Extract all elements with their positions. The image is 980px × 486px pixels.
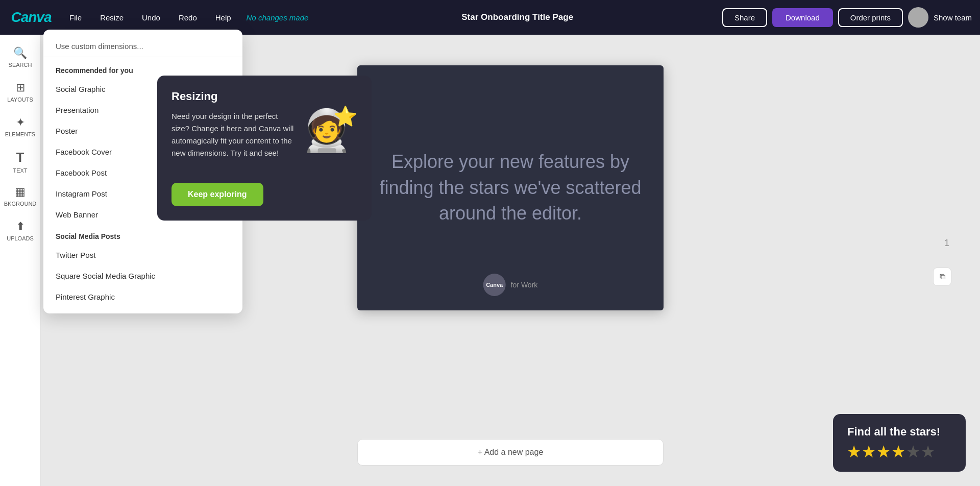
canva-badge: Canva <box>483 274 506 296</box>
layouts-icon: ⊞ <box>16 81 25 94</box>
resizing-title: Resizing <box>172 90 357 103</box>
sidebar: 🔍 SEARCH ⊞ LAYOUTS ✦ ELEMENTS T TEXT ▦ B… <box>0 35 41 486</box>
document-title: Star Onboarding Title Page <box>316 12 718 22</box>
order-prints-button[interactable]: Order prints <box>838 8 903 27</box>
no-changes-label: No changes made <box>247 13 309 22</box>
share-button[interactable]: Share <box>722 8 767 27</box>
add-page-button[interactable]: + Add a new page <box>357 439 664 466</box>
resizing-body: Need your design in the perfect size? Ch… <box>172 110 357 172</box>
sidebar-item-search[interactable]: 🔍 SEARCH <box>3 41 38 74</box>
social-media-section-header: Social Media Posts <box>43 225 242 245</box>
uploads-icon: ⬆ <box>16 220 25 233</box>
resize-menu-button[interactable]: Resize <box>93 10 131 25</box>
search-icon: 🔍 <box>13 46 27 60</box>
find-stars-title: Find all the stars! <box>847 425 951 439</box>
canvas-card: Explore your new features by finding the… <box>357 65 664 310</box>
avatar[interactable] <box>908 7 928 28</box>
page-controls: ⧉ <box>933 268 951 286</box>
nav-right-actions: Share Download Order prints Show team <box>722 7 972 28</box>
sidebar-label-search: SEARCH <box>9 62 32 68</box>
download-button[interactable]: Download <box>772 8 833 27</box>
star-6: ★ <box>921 444 934 460</box>
sidebar-item-text[interactable]: T TEXT <box>3 145 38 178</box>
show-team-button[interactable]: Show team <box>934 13 972 22</box>
for-work-label: for Work <box>511 281 538 289</box>
canva-logo-text: Canva <box>11 9 51 26</box>
keep-exploring-button[interactable]: Keep exploring <box>172 183 263 206</box>
resizing-tooltip: Resizing Need your design in the perfect… <box>157 76 372 221</box>
page-number: 1 <box>944 238 949 249</box>
sidebar-item-layouts[interactable]: ⊞ LAYOUTS <box>3 76 38 108</box>
square-social-media-graphic-item[interactable]: Square Social Media Graphic <box>43 265 242 286</box>
star-emoji-icon: ⭐ <box>333 105 357 128</box>
file-menu-button[interactable]: File <box>62 10 89 25</box>
resizing-description: Need your design in the perfect size? Ch… <box>172 110 294 159</box>
undo-button[interactable]: Undo <box>135 10 167 25</box>
pinterest-graphic-item[interactable]: Pinterest Graphic <box>43 286 242 307</box>
star-2: ★ <box>862 444 875 460</box>
resizing-mascot: ⭐ 🧑‍🚀 <box>301 110 357 172</box>
star-1: ★ <box>847 444 860 460</box>
canvas-logo-area: Canva for Work <box>483 274 538 296</box>
star-3: ★ <box>877 444 890 460</box>
custom-dimensions-item[interactable]: Use custom dimensions... <box>43 36 242 57</box>
find-stars-banner: Find all the stars! ★ ★ ★ ★ ★ ★ <box>833 414 966 472</box>
help-button[interactable]: Help <box>208 10 238 25</box>
sidebar-item-elements[interactable]: ✦ ELEMENTS <box>3 110 38 143</box>
canvas-main-text: Explore your new features by finding the… <box>357 149 664 226</box>
sidebar-label-layouts: LAYOUTS <box>7 96 33 103</box>
sidebar-label-text: TEXT <box>13 167 27 174</box>
text-icon: T <box>16 150 24 165</box>
star-5: ★ <box>906 444 919 460</box>
redo-button[interactable]: Redo <box>172 10 204 25</box>
stars-rating-row: ★ ★ ★ ★ ★ ★ <box>847 444 951 460</box>
sidebar-item-uploads[interactable]: ⬆ UPLOADS <box>3 214 38 247</box>
sidebar-label-uploads: UPLOADS <box>7 235 34 241</box>
sidebar-item-background[interactable]: ▦ BKGROUND <box>3 180 38 212</box>
background-icon: ▦ <box>15 185 26 199</box>
copy-page-button[interactable]: ⧉ <box>933 268 951 286</box>
twitter-post-item[interactable]: Twitter Post <box>43 245 242 265</box>
logo: Canva <box>8 6 54 29</box>
sidebar-label-elements: ELEMENTS <box>5 131 35 137</box>
sidebar-label-background: BKGROUND <box>4 201 37 207</box>
star-4: ★ <box>892 444 904 460</box>
elements-icon: ✦ <box>16 116 25 129</box>
